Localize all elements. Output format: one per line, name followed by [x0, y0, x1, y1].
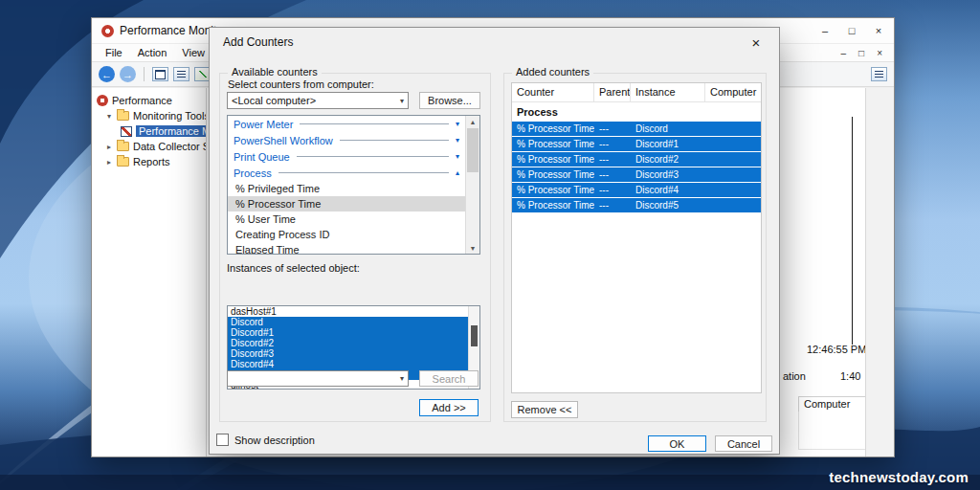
cell: Discord#1 — [631, 139, 705, 149]
counter-row[interactable]: % Processor Time — [228, 196, 465, 212]
cell: % Processor Time — [512, 139, 594, 149]
watermark: technewstoday.com — [829, 469, 969, 485]
add-counters-dialog: Add Counters × Available counters Select… — [209, 27, 780, 455]
add-button[interactable]: Add >> — [419, 399, 479, 416]
dialog-titlebar[interactable]: Add Counters × — [210, 28, 779, 56]
legend-computer-header[interactable]: Computer — [798, 396, 867, 412]
cell: % Processor Time — [512, 154, 594, 165]
close-icon[interactable]: × — [746, 34, 766, 51]
folder-icon — [117, 157, 129, 167]
dialog-title: Add Counters — [223, 35, 293, 49]
child-restore-icon[interactable]: □ — [858, 48, 864, 58]
graph-right-border — [852, 117, 853, 345]
column-header[interactable]: Parent — [594, 83, 631, 101]
counter-category-label: PowerShell Workflow — [234, 135, 333, 146]
child-close-icon[interactable]: × — [877, 48, 882, 58]
tree-item-performance-monitor[interactable]: Performance M — [92, 123, 206, 139]
cancel-button[interactable]: Cancel — [715, 435, 772, 452]
counter-row[interactable]: Elapsed Time — [228, 242, 465, 254]
instance-row[interactable]: Discord#2 — [228, 338, 479, 348]
show-description-option[interactable]: Show description — [216, 434, 315, 446]
chevron-down-icon[interactable]: ▾ — [456, 120, 459, 128]
instance-row[interactable]: Discord#1 — [228, 327, 479, 338]
instance-row[interactable]: dasHost#1 — [228, 306, 479, 317]
cell: --- — [594, 200, 631, 211]
object-group-row[interactable]: Process — [512, 102, 761, 122]
added-counter-row[interactable]: % Processor Time---Discord#2 — [512, 152, 761, 167]
chevron-up-icon[interactable]: ▴ — [456, 168, 459, 177]
show-description-label: Show description — [234, 434, 315, 446]
added-counters-table: CounterParentInstanceComputer Process % … — [511, 82, 762, 393]
back-icon[interactable]: ← — [99, 66, 115, 82]
added-counter-row[interactable]: % Processor Time---Discord#1 — [512, 137, 761, 151]
ok-button[interactable]: OK — [648, 435, 706, 452]
added-counter-row[interactable]: % Processor Time---Discord#5 — [512, 198, 761, 212]
counter-scrollbar[interactable]: ▲ ▼ — [465, 116, 479, 254]
scrollbar-thumb[interactable] — [467, 128, 479, 172]
instance-row[interactable]: Discord#4 — [228, 359, 479, 369]
counter-row[interactable]: Creating Process ID — [228, 227, 465, 242]
tree-item-performance[interactable]: Performance — [92, 93, 206, 108]
added-counter-row[interactable]: % Processor Time---Discord#4 — [512, 183, 761, 197]
scrollbar-thumb[interactable] — [471, 325, 478, 346]
category-rule — [300, 123, 449, 124]
counter-category-row[interactable]: Power Meter▾ — [228, 116, 465, 132]
added-counter-row[interactable]: % Processor Time---Discord#3 — [512, 167, 761, 182]
folder-icon — [117, 111, 129, 121]
added-counters-header: CounterParentInstanceComputer — [512, 83, 761, 102]
column-header[interactable]: Counter — [512, 83, 594, 101]
browse-button[interactable]: Browse... — [419, 92, 480, 109]
child-minimize-icon[interactable]: – — [841, 48, 847, 58]
tree-item-data-collector-sets[interactable]: ▸ Data Collector Set — [92, 139, 206, 154]
cell: % Processor Time — [512, 185, 594, 195]
chevron-down-icon[interactable]: ▾ — [456, 136, 459, 145]
chevron-down-icon[interactable]: ▾ — [105, 112, 113, 121]
cell: --- — [594, 169, 631, 180]
computer-select[interactable]: <Local computer> ▾ — [227, 92, 409, 109]
counter-category-label: Process — [234, 167, 272, 179]
minimize-icon[interactable]: – — [819, 25, 831, 36]
counter-category-row[interactable]: Print Queue▾ — [228, 148, 465, 165]
counter-row[interactable]: % Privileged Time — [228, 181, 465, 196]
tree-item-reports[interactable]: ▸ Reports — [92, 154, 206, 169]
menu-view[interactable]: View — [174, 46, 212, 59]
column-header[interactable]: Instance — [631, 83, 705, 101]
counter-category-row[interactable]: PowerShell Workflow▾ — [228, 132, 465, 148]
instances-label: Instances of selected object: — [227, 262, 360, 274]
window-controls: – □ × — [819, 25, 884, 36]
window-view-icon[interactable] — [152, 67, 168, 81]
instance-row[interactable]: Discord#3 — [228, 348, 479, 359]
tree-item-monitoring-tools[interactable]: ▾ Monitoring Tools — [92, 108, 206, 123]
chevron-down-icon[interactable]: ▾ — [456, 152, 459, 161]
show-description-checkbox[interactable] — [216, 434, 229, 446]
column-header[interactable]: Computer — [705, 83, 761, 101]
remove-button[interactable]: Remove << — [511, 401, 578, 418]
duration-value: 1:40 — [840, 370, 860, 382]
instance-row[interactable]: Discord — [228, 317, 479, 327]
close-icon[interactable]: × — [873, 25, 884, 36]
child-window-controls: – □ × — [841, 48, 888, 58]
counter-category-label: Print Queue — [234, 151, 290, 163]
properties-icon[interactable] — [871, 67, 887, 81]
available-counter-list: Power Meter▾PowerShell Workflow▾Print Qu… — [228, 116, 465, 254]
maximize-icon[interactable]: □ — [846, 25, 858, 36]
chevron-right-icon[interactable]: ▸ — [105, 143, 113, 151]
cell: Discord#3 — [631, 169, 705, 180]
chevron-right-icon[interactable]: ▸ — [105, 158, 113, 167]
action-pane — [865, 88, 894, 457]
menu-action[interactable]: Action — [130, 46, 175, 59]
list-view-icon[interactable] — [173, 67, 189, 81]
category-rule — [278, 172, 449, 173]
forward-icon[interactable]: → — [120, 66, 136, 82]
scroll-down-icon[interactable]: ▼ — [466, 242, 479, 254]
added-counter-row[interactable]: % Processor Time---Discord — [512, 122, 761, 136]
search-button[interactable]: Search — [419, 370, 479, 387]
counter-row[interactable]: % User Time — [228, 212, 465, 227]
instance-search-combo[interactable]: ▾ — [227, 370, 409, 387]
added-counters-label: Added counters — [512, 66, 593, 78]
counter-category-row[interactable]: Process▴ — [228, 165, 465, 181]
cell: --- — [594, 139, 631, 149]
computer-select-value: <Local computer> — [232, 95, 316, 106]
scroll-up-icon[interactable]: ▲ — [466, 116, 479, 127]
menu-file[interactable]: File — [98, 46, 130, 59]
